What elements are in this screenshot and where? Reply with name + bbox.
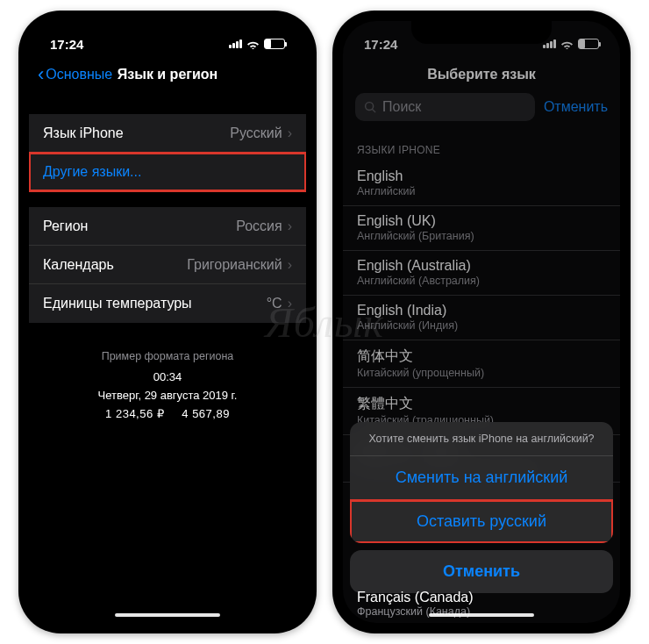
chevron-right-icon: › (288, 125, 292, 141)
example-date: Четверг, 29 августа 2019 г. (29, 387, 306, 405)
notch (97, 21, 238, 44)
chevron-right-icon: › (288, 296, 292, 311)
sheet-keep-button[interactable]: Оставить русский (350, 500, 613, 543)
back-label: Основные (46, 67, 112, 82)
sheet-cancel-button[interactable]: Отменить (350, 550, 613, 593)
action-sheet-overlay: Хотите сменить язык iPhone на английский… (343, 21, 620, 623)
label: Язык iPhone (43, 125, 124, 141)
row-other-languages[interactable]: Другие языки... (29, 153, 306, 191)
home-indicator[interactable] (115, 613, 220, 617)
status-icons (229, 39, 285, 49)
value: Русский › (230, 125, 292, 141)
wifi-icon (246, 39, 260, 49)
label: Единицы температуры (43, 296, 192, 311)
page-title: Язык и регион (118, 67, 218, 82)
action-sheet: Хотите сменить язык iPhone на английский… (350, 422, 613, 543)
example-title: Пример формата региона (29, 347, 306, 365)
example-numbers: 1 234,56 ₽4 567,89 (29, 405, 306, 424)
group-language: Язык iPhone Русский › Другие языки... (29, 114, 306, 191)
chevron-left-icon: ‹ (38, 65, 44, 84)
status-time: 17:24 (50, 37, 83, 52)
screen-left: 17:24 ‹ Основные Язык и регион Язык iPho… (29, 21, 306, 623)
value: °C › (267, 296, 292, 311)
value: Григорианский › (187, 257, 292, 273)
phone-right: 17:24 Выберите язык Поиск Отменить ЯЗЫКИ… (332, 11, 631, 633)
row-temperature[interactable]: Единицы температуры °C › (29, 284, 306, 323)
example-time: 00:34 (29, 369, 306, 387)
home-indicator[interactable] (429, 613, 534, 617)
screen-right: 17:24 Выберите язык Поиск Отменить ЯЗЫКИ… (343, 21, 620, 623)
back-button[interactable]: ‹ Основные (38, 65, 112, 84)
sheet-title: Хотите сменить язык iPhone на английский… (350, 422, 613, 456)
row-region[interactable]: Регион Россия › (29, 207, 306, 246)
region-format-example: Пример формата региона 00:34 Четверг, 29… (29, 347, 306, 423)
label: Календарь (43, 257, 114, 273)
notch (411, 21, 552, 44)
value: Россия › (236, 218, 292, 234)
chevron-right-icon: › (288, 218, 292, 234)
battery-icon (264, 39, 285, 49)
row-iphone-language[interactable]: Язык iPhone Русский › (29, 114, 306, 153)
group-region: Регион Россия › Календарь Григорианский … (29, 207, 306, 323)
phone-left: 17:24 ‹ Основные Язык и регион Язык iPho… (18, 11, 317, 633)
label: Регион (43, 218, 88, 234)
sheet-change-button[interactable]: Сменить на английский (350, 456, 613, 500)
chevron-right-icon: › (288, 257, 292, 273)
nav-header: ‹ Основные Язык и регион (29, 56, 306, 95)
row-calendar[interactable]: Календарь Григорианский › (29, 246, 306, 284)
label: Другие языки... (43, 164, 141, 180)
